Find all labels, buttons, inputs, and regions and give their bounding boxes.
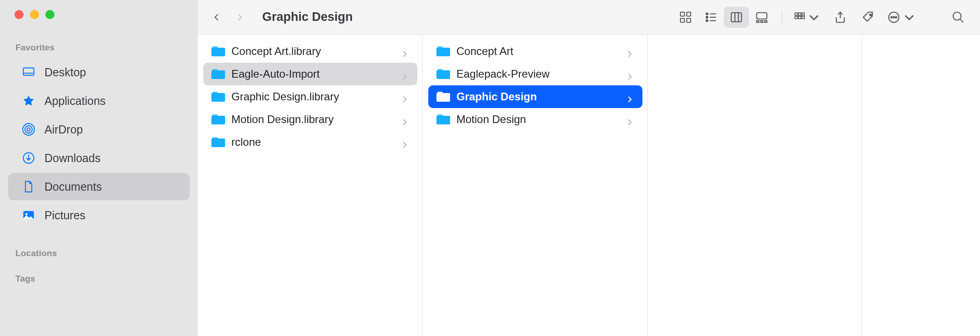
folder-icon [436, 113, 450, 126]
apps-icon [22, 94, 35, 108]
svg-point-31 [870, 14, 872, 16]
pictures-icon [22, 208, 35, 222]
folder-label: Graphic Design [456, 90, 621, 103]
download-icon [22, 151, 35, 165]
folder-row[interactable]: Eaglepack-Preview [428, 63, 642, 85]
search-button[interactable] [946, 7, 971, 28]
svg-point-7 [25, 213, 28, 215]
svg-point-35 [896, 16, 897, 18]
folder-row[interactable]: Motion Design.library [203, 108, 417, 131]
view-gallery-button[interactable] [749, 7, 774, 28]
folder-label: Eagle-Auto-Import [231, 68, 396, 80]
svg-point-36 [953, 12, 961, 20]
svg-point-16 [706, 20, 708, 21]
folder-row[interactable]: Concept Art [428, 40, 642, 63]
tags-button[interactable] [856, 7, 881, 28]
folder-row[interactable]: Eagle-Auto-Import [203, 63, 417, 85]
zoom-window-button[interactable] [45, 10, 54, 19]
sidebar-item-airdrop[interactable]: AirDrop [8, 116, 190, 143]
actions-button[interactable] [884, 7, 919, 28]
close-window-button[interactable] [15, 10, 24, 19]
svg-rect-9 [687, 12, 691, 16]
sidebar-item-pictures[interactable]: Pictures [8, 202, 190, 229]
svg-point-2 [27, 128, 30, 131]
folder-row[interactable]: Motion Design [428, 108, 642, 131]
folder-icon [211, 90, 225, 104]
document-icon [22, 180, 35, 193]
folder-label: Graphic Design.library [231, 90, 396, 103]
svg-rect-25 [795, 13, 797, 15]
folder-icon [211, 135, 225, 149]
browser-column[interactable]: Concept Art.library Eagle-Auto-Import Gr… [198, 35, 423, 336]
svg-point-3 [25, 126, 32, 133]
share-button[interactable] [828, 7, 853, 28]
sidebar-item-documents[interactable]: Documents [8, 173, 190, 200]
svg-rect-28 [795, 16, 797, 18]
svg-rect-11 [687, 18, 691, 22]
toolbar-separator [782, 10, 782, 24]
chevron-right-icon [402, 70, 409, 78]
sidebar: Favorites Desktop Applications AirDrop D… [0, 0, 198, 336]
sidebar-item-label: Downloads [44, 152, 101, 165]
svg-rect-27 [802, 13, 804, 15]
chevron-right-icon [402, 138, 409, 146]
folder-label: Concept Art.library [231, 45, 396, 58]
sidebar-item-label: Pictures [44, 209, 85, 222]
browser-column[interactable] [648, 35, 862, 336]
chevron-right-icon [402, 116, 409, 123]
browser-column[interactable]: Concept Art Eaglepack-Preview Graphic De… [423, 35, 648, 336]
svg-rect-30 [802, 16, 804, 18]
folder-icon [211, 67, 225, 81]
forward-button[interactable] [230, 7, 250, 27]
view-list-button[interactable] [698, 7, 724, 28]
folder-label: rclone [231, 136, 396, 148]
sidebar-item-label: Documents [44, 180, 102, 193]
svg-rect-10 [681, 18, 685, 22]
sidebar-section-title: Tags [0, 263, 198, 288]
folder-row[interactable]: Graphic Design [428, 85, 642, 108]
svg-rect-24 [764, 20, 767, 22]
view-columns-button[interactable] [724, 7, 749, 28]
svg-rect-0 [23, 68, 34, 75]
folder-label: Eaglepack-Preview [456, 68, 621, 80]
sidebar-item-label: Desktop [44, 66, 86, 79]
svg-point-34 [893, 16, 895, 18]
group-by-button[interactable] [789, 7, 825, 28]
view-switcher [673, 7, 774, 28]
sidebar-item-downloads[interactable]: Downloads [8, 144, 190, 172]
svg-rect-26 [799, 13, 801, 15]
folder-row[interactable]: rclone [203, 131, 417, 153]
folder-label: Motion Design [456, 113, 621, 126]
folder-icon [436, 44, 450, 58]
svg-rect-8 [681, 12, 685, 16]
folder-row[interactable]: Graphic Design.library [203, 85, 417, 108]
column-browser: Concept Art.library Eagle-Auto-Import Gr… [198, 35, 980, 336]
main-area: Graphic Design [198, 0, 980, 336]
folder-icon [211, 44, 225, 58]
folder-icon [211, 113, 225, 126]
chevron-right-icon [627, 48, 634, 55]
chevron-right-icon [402, 93, 409, 100]
folder-row[interactable]: Concept Art.library [203, 40, 417, 63]
minimize-window-button[interactable] [30, 10, 39, 19]
svg-point-33 [891, 16, 892, 18]
sidebar-item-applications[interactable]: Applications [8, 87, 190, 114]
svg-line-37 [960, 19, 964, 22]
sidebar-item-desktop[interactable]: Desktop [8, 59, 190, 86]
folder-label: Motion Design.library [231, 113, 396, 126]
chevron-right-icon [402, 48, 409, 55]
airdrop-icon [22, 123, 35, 136]
toolbar: Graphic Design [198, 0, 980, 35]
folder-label: Concept Art [456, 45, 621, 58]
chevron-right-icon [627, 70, 634, 78]
svg-rect-21 [757, 13, 767, 19]
back-button[interactable] [207, 7, 227, 27]
view-icons-button[interactable] [673, 7, 698, 28]
browser-column[interactable] [862, 35, 980, 336]
svg-rect-29 [799, 16, 801, 18]
chevron-down-icon [807, 10, 821, 24]
sidebar-item-label: AirDrop [44, 123, 83, 136]
chevron-right-icon [627, 116, 634, 123]
chevron-right-icon [627, 93, 634, 100]
window-title: Graphic Design [252, 10, 353, 24]
